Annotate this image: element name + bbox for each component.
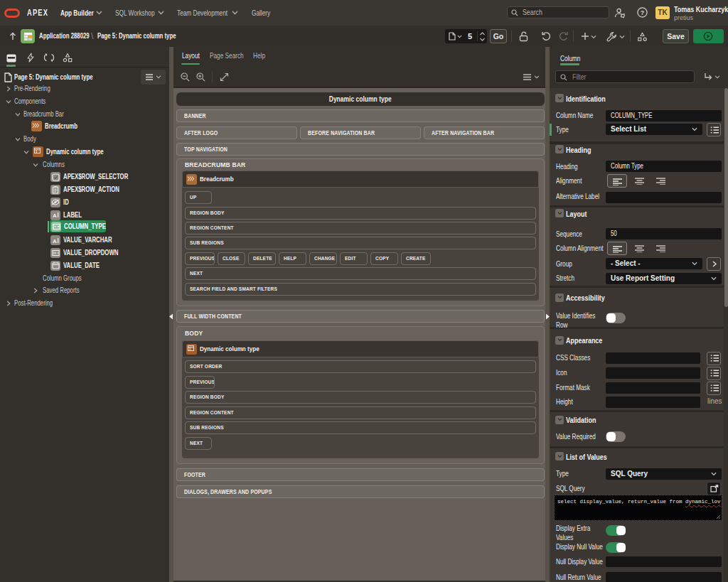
svg-text:A: A [53,237,57,244]
svg-text:?: ? [641,9,645,16]
svg-text:A: A [53,212,57,219]
